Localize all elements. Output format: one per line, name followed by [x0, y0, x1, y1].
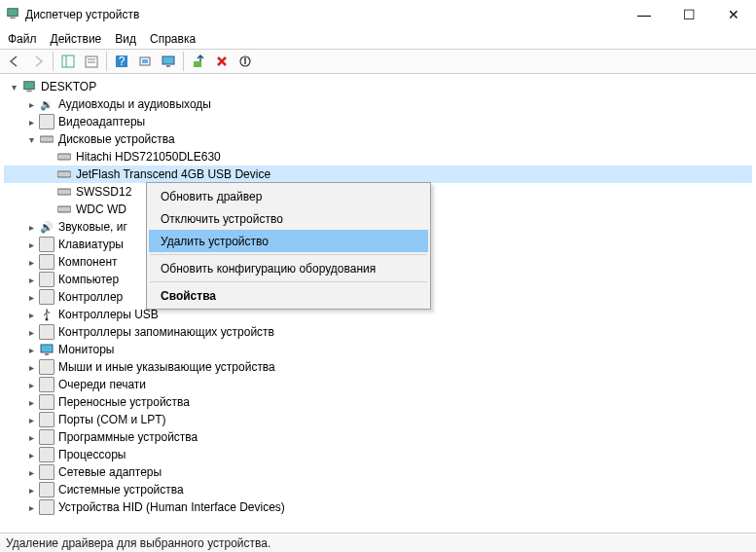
tree-root[interactable]: ▾ DESKTOP: [4, 78, 752, 95]
category-storage-controllers[interactable]: ▸Контроллеры запоминающих устройств: [4, 323, 752, 341]
disk-item-selected[interactable]: JetFlash Transcend 4GB USB Device: [4, 166, 752, 183]
svg-rect-10: [142, 59, 148, 63]
context-menu: Обновить драйвер Отключить устройство Уд…: [146, 182, 431, 310]
network-adapter-icon: [39, 464, 54, 480]
show-hide-tree-button[interactable]: [57, 51, 79, 72]
disable-button[interactable]: [234, 51, 256, 72]
menu-uninstall-device[interactable]: Удалить устройство: [149, 230, 428, 252]
component-icon: [39, 254, 54, 270]
back-button[interactable]: [4, 51, 25, 72]
toolbar: ?: [0, 49, 756, 74]
svg-rect-1: [10, 17, 15, 18]
category-audio[interactable]: ▸🔉Аудиовходы и аудиовыходы: [4, 95, 752, 113]
expand-icon[interactable]: ▸: [25, 239, 37, 250]
expand-icon[interactable]: ▸: [25, 291, 37, 303]
svg-rect-18: [57, 154, 71, 160]
menu-update-driver[interactable]: Обновить драйвер: [149, 185, 428, 207]
properties-button[interactable]: [81, 51, 102, 72]
status-text: Удаление драйвера для выбранного устройс…: [6, 536, 270, 550]
category-system-devices[interactable]: ▸Системные устройства: [4, 481, 752, 498]
expand-icon[interactable]: ▸: [25, 116, 37, 128]
menu-action[interactable]: Действие: [51, 32, 102, 46]
collapse-icon[interactable]: ▾: [8, 81, 19, 92]
disk-item[interactable]: Hitachi HDS721050DLE630: [4, 148, 752, 166]
monitor-button[interactable]: [158, 51, 179, 72]
menu-separator: [150, 281, 427, 282]
mouse-icon: [39, 359, 54, 375]
computer-icon: [21, 79, 37, 94]
update-driver-button[interactable]: [188, 51, 209, 72]
app-icon: [6, 7, 19, 23]
root-label: DESKTOP: [41, 80, 96, 93]
disk-icon: [39, 131, 54, 147]
category-video[interactable]: ▸Видеоадаптеры: [4, 113, 752, 130]
svg-rect-12: [166, 65, 170, 67]
svg-rect-20: [57, 189, 71, 195]
expand-icon[interactable]: ▸: [25, 484, 37, 496]
expand-icon[interactable]: ▸: [25, 396, 37, 408]
category-cpu[interactable]: ▸Процессоры: [4, 446, 752, 463]
menu-file[interactable]: Файл: [8, 32, 37, 46]
expand-icon[interactable]: ▸: [25, 501, 37, 513]
pc-icon: [39, 272, 54, 287]
cpu-icon: [39, 447, 54, 462]
category-monitors[interactable]: ▸Мониторы: [4, 341, 752, 358]
category-network[interactable]: ▸Сетевые адаптеры: [4, 463, 752, 481]
expand-icon[interactable]: ▸: [25, 98, 37, 110]
disk-drive-icon: [56, 149, 72, 165]
category-print-queues[interactable]: ▸Очереди печати: [4, 376, 752, 393]
expand-icon[interactable]: ▸: [25, 344, 37, 355]
collapse-icon[interactable]: ▾: [25, 133, 37, 145]
expand-icon[interactable]: ▸: [25, 466, 37, 478]
minimize-button[interactable]: —: [622, 0, 666, 29]
svg-rect-23: [41, 345, 53, 352]
expand-icon[interactable]: ▸: [25, 431, 37, 443]
expand-icon[interactable]: ▸: [25, 361, 37, 373]
expand-icon[interactable]: ▸: [25, 309, 37, 320]
software-device-icon: [39, 429, 54, 445]
expand-icon[interactable]: ▸: [25, 256, 37, 268]
expand-icon[interactable]: ▸: [25, 221, 37, 233]
svg-rect-16: [26, 91, 31, 92]
svg-rect-21: [57, 206, 71, 212]
port-icon: [39, 412, 54, 427]
hid-icon: [39, 499, 54, 515]
disk-drive-icon: [56, 184, 72, 200]
scan-button[interactable]: [134, 51, 156, 72]
help-button[interactable]: ?: [111, 51, 132, 72]
usb-icon: [39, 307, 54, 322]
svg-point-22: [46, 318, 49, 321]
forward-button[interactable]: [27, 51, 49, 72]
svg-rect-24: [45, 353, 49, 355]
category-ports[interactable]: ▸Порты (COM и LPT): [4, 411, 752, 428]
menu-disable-device[interactable]: Отключить устройство: [149, 207, 428, 230]
expand-icon[interactable]: ▸: [25, 379, 37, 390]
titlebar: Диспетчер устройств — ☐ ✕: [0, 0, 756, 29]
svg-rect-17: [40, 136, 54, 142]
category-portable[interactable]: ▸Переносные устройства: [4, 393, 752, 411]
printer-icon: [39, 377, 54, 392]
category-hid[interactable]: ▸Устройства HID (Human Interface Devices…: [4, 498, 752, 516]
expand-icon[interactable]: ▸: [25, 274, 37, 285]
close-button[interactable]: ✕: [711, 0, 756, 29]
category-mice[interactable]: ▸Мыши и иные указывающие устройства: [4, 358, 752, 376]
portable-device-icon: [39, 394, 54, 410]
menu-properties[interactable]: Свойства: [149, 284, 428, 307]
expand-icon[interactable]: ▸: [25, 449, 37, 460]
controller-icon: [39, 289, 54, 305]
svg-rect-15: [24, 82, 35, 90]
category-disk[interactable]: ▾Дисковые устройства: [4, 130, 752, 148]
menu-help[interactable]: Справка: [150, 32, 196, 46]
expand-icon[interactable]: ▸: [25, 326, 37, 338]
menu-scan-hardware[interactable]: Обновить конфигурацию оборудования: [149, 257, 428, 279]
audio-icon: 🔉: [39, 96, 54, 112]
monitor-icon: [39, 342, 54, 357]
uninstall-button[interactable]: [211, 51, 233, 72]
expand-icon[interactable]: ▸: [25, 414, 37, 425]
maximize-button[interactable]: ☐: [666, 0, 711, 29]
menu-view[interactable]: Вид: [115, 32, 136, 46]
menu-separator: [150, 254, 427, 255]
category-software-devices[interactable]: ▸Программные устройства: [4, 428, 752, 446]
storage-controller-icon: [39, 324, 54, 340]
svg-rect-11: [162, 56, 174, 64]
